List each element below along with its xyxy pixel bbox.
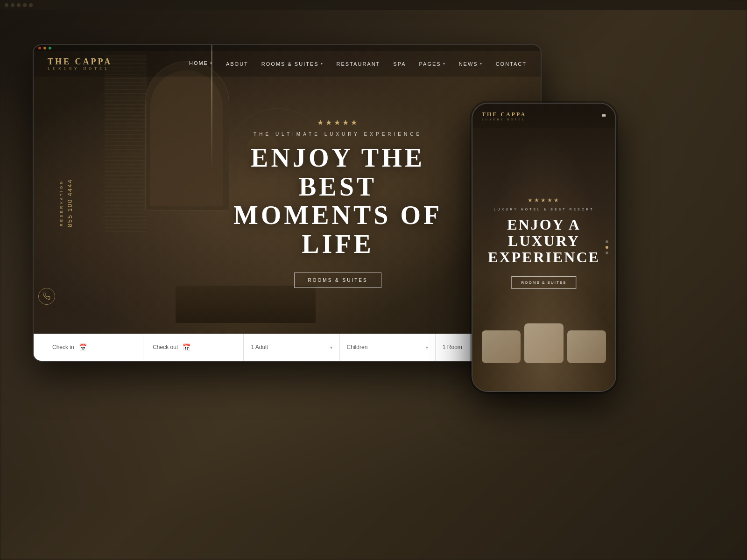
children-chevron-icon: ▾ xyxy=(426,345,428,350)
outer-dot-2 xyxy=(11,3,14,7)
hero-stars: ★★★★★ xyxy=(211,118,465,127)
outer-dot-3 xyxy=(17,3,21,7)
wall-panel-left xyxy=(105,55,147,232)
nav-pages-label: PAGES xyxy=(419,61,441,67)
mobile-hero-content: ★★★★★ LUXURY HOTEL & BEST RESORT ENJOY A… xyxy=(479,197,608,289)
scroll-dot-1 xyxy=(606,240,608,243)
adults-label: 1 Adult xyxy=(251,344,327,350)
outer-browser-bar xyxy=(0,0,747,10)
checkin-label: Check in xyxy=(52,344,74,350)
pillow-3 xyxy=(567,330,606,363)
hero-subtitle: THE ULTIMATE LUXURY EXPERIENCE xyxy=(211,132,465,137)
hero-content: ★★★★★ THE ULTIMATE LUXURY EXPERIENCE ENJ… xyxy=(211,118,465,288)
desktop-mockup: THE CAPPA LUXURY HOTEL HOME ▾ ABOUT ROOM… xyxy=(33,44,542,362)
mobile-hero-subtitle: LUXURY HOTEL & BEST RESORT xyxy=(479,208,608,211)
nav-rooms-label: ROOMS & SUITES xyxy=(261,61,319,67)
browser-chrome xyxy=(34,45,541,51)
adults-dropdown[interactable]: 1 Adult ▾ xyxy=(244,334,339,361)
pillow-1 xyxy=(482,330,521,363)
mobile-logo: THE CAPPA LUXURY HOTEL xyxy=(482,111,526,121)
dresser xyxy=(176,286,316,323)
desktop-navbar: THE CAPPA LUXURY HOTEL HOME ▾ ABOUT ROOM… xyxy=(34,51,541,77)
pillow-area xyxy=(482,316,606,363)
phone-icon-circle[interactable] xyxy=(38,288,55,305)
scroll-dot-3 xyxy=(606,252,608,254)
mobile-navbar: THE CAPPA LUXURY HOTEL ≡ xyxy=(472,104,615,128)
mobile-title-line3: EXPERIENCE xyxy=(488,249,600,266)
mobile-screen: THE CAPPA LUXURY HOTEL ≡ ★★★★★ LUXURY HO… xyxy=(472,104,615,391)
nav-contact[interactable]: CONTACT xyxy=(496,61,527,67)
scroll-dot-2 xyxy=(606,246,608,249)
nav-spa-label: SPA xyxy=(393,61,406,67)
nav-news[interactable]: NEWS ▾ xyxy=(459,61,483,67)
nav-pages[interactable]: PAGES ▾ xyxy=(419,61,446,67)
children-dropdown[interactable]: Children ▾ xyxy=(340,334,436,361)
booking-bar: Check in 📅 Check out 📅 1 Adult ▾ Childre… xyxy=(34,334,541,361)
pillow-2 xyxy=(524,323,563,363)
nav-contact-label: CONTACT xyxy=(496,61,527,67)
phone-icon xyxy=(43,293,50,300)
mobile-logo-tagline: LUXURY HOTEL xyxy=(482,118,526,121)
news-chevron-icon: ▾ xyxy=(480,62,483,66)
desktop-screen: THE CAPPA LUXURY HOTEL HOME ▾ ABOUT ROOM… xyxy=(34,45,541,361)
scroll-indicators xyxy=(606,240,608,254)
hamburger-menu-icon[interactable]: ≡ xyxy=(602,112,606,120)
hero-title: ENJOY THE BEST MOMENTS OF LIFE xyxy=(211,144,465,259)
nav-links: HOME ▾ ABOUT ROOMS & SUITES ▾ RESTAURANT… xyxy=(189,60,527,67)
browser-dot-red xyxy=(38,47,41,49)
children-label: Children xyxy=(347,344,423,350)
logo-tagline: LUXURY HOTEL xyxy=(48,67,112,71)
nav-spa[interactable]: SPA xyxy=(393,61,406,67)
outer-dot-1 xyxy=(5,3,8,7)
browser-dot-green xyxy=(49,47,51,49)
adults-chevron-icon: ▾ xyxy=(330,345,332,350)
nav-home[interactable]: HOME ▾ xyxy=(189,60,213,67)
reservation-label: RESERVATION xyxy=(59,180,63,226)
nav-restaurant[interactable]: RESTAURANT xyxy=(337,61,381,67)
nav-rooms[interactable]: ROOMS & SUITES ▾ xyxy=(261,61,324,67)
hero-title-line1: ENJOY THE BEST xyxy=(251,143,425,201)
browser-dot-yellow xyxy=(43,47,46,49)
pages-chevron-icon: ▾ xyxy=(443,62,446,66)
calendar-icon-checkout: 📅 xyxy=(183,343,190,351)
nav-home-label: HOME xyxy=(189,60,208,66)
nav-news-label: NEWS xyxy=(459,61,478,67)
checkout-label: Check out xyxy=(153,344,178,350)
mobile-title-line1: ENJOY A xyxy=(507,216,581,233)
mobile-hero-title: ENJOY A LUXURY EXPERIENCE xyxy=(479,217,608,266)
side-reservation: RESERVATION 855 100 4444 xyxy=(59,179,73,227)
nav-restaurant-label: RESTAURANT xyxy=(337,61,381,67)
checkout-field[interactable]: Check out 📅 xyxy=(143,334,244,361)
home-chevron-icon: ▾ xyxy=(210,61,213,65)
mobile-hero-stars: ★★★★★ xyxy=(479,197,608,204)
calendar-icon-checkin: 📅 xyxy=(79,343,87,351)
mobile-logo-name: THE CAPPA xyxy=(482,111,526,118)
nav-about-label: ABOUT xyxy=(226,61,248,67)
desktop-logo: THE CAPPA LUXURY HOTEL xyxy=(48,57,112,71)
outer-dot-4 xyxy=(23,3,27,7)
hero-title-line2: MOMENTS OF LIFE xyxy=(233,201,442,259)
mobile-cta-button[interactable]: ROOMS & SUITES xyxy=(512,276,577,288)
checkin-field[interactable]: Check in 📅 xyxy=(43,334,143,361)
hero-cta-button[interactable]: ROOMS & SUITES xyxy=(295,273,381,288)
nav-about[interactable]: ABOUT xyxy=(226,61,248,67)
rooms-chevron-icon: ▾ xyxy=(321,62,324,66)
mobile-title-line2: LUXURY xyxy=(508,232,580,249)
logo-name: THE CAPPA xyxy=(48,57,112,67)
outer-dot-5 xyxy=(29,3,33,7)
mobile-mockup: THE CAPPA LUXURY HOTEL ≡ ★★★★★ LUXURY HO… xyxy=(472,103,616,392)
reservation-number: 855 100 4444 xyxy=(66,179,73,227)
